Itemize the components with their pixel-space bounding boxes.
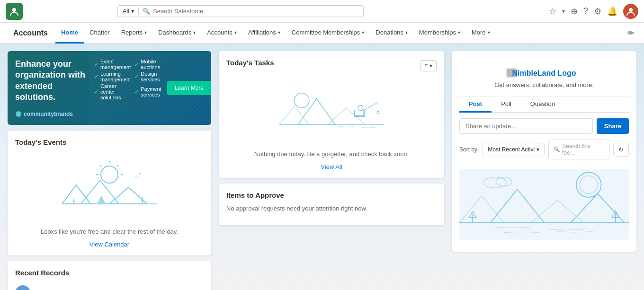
feature-item: Payment services: [134, 83, 161, 100]
sort-row: Sort by: Most Recent Activi ▾ 🔍 Search t…: [459, 140, 629, 159]
svg-point-10: [294, 93, 309, 108]
search-icon: 🔍: [554, 147, 560, 153]
search-icon: 🔍: [143, 8, 150, 15]
feature-item: Mobile auctions: [134, 59, 161, 70]
banner-logo: communitybrands: [15, 111, 89, 117]
app-icon: [6, 3, 23, 20]
nav-bar: Accounts Home Chatter Reports ▾ Dashboar…: [0, 23, 644, 44]
chevron-down-icon: ▾: [278, 30, 280, 35]
svg-point-2: [16, 111, 21, 117]
search-all-label: All: [123, 8, 129, 15]
settings-icon[interactable]: ⚙: [594, 6, 601, 17]
chevron-down-icon: ▾: [193, 30, 196, 35]
view-calendar-link[interactable]: View Calendar: [15, 241, 204, 248]
nimble-header: NimbleLand Logo Get answers, collaborate…: [459, 59, 629, 97]
tasks-title: Today's Tasks: [226, 59, 274, 67]
sort-value: Most Recent Activi: [488, 146, 535, 153]
chevron-down-icon: ▾: [537, 146, 539, 153]
avatar[interactable]: [623, 4, 638, 19]
tasks-header: Today's Tasks ≡ ▾: [226, 59, 437, 72]
nav-item-donations[interactable]: Donations ▾: [370, 23, 413, 44]
search-input[interactable]: [153, 8, 358, 15]
nav-item-committee[interactable]: Committee Memberships ▾: [286, 23, 370, 44]
recent-records-title: Recent Records: [15, 269, 204, 277]
recent-record-item: A advancedtaxation Org: [15, 282, 204, 290]
nimble-subtitle: Get answers, collaborate, and more.: [467, 81, 621, 88]
nav-item-accounts[interactable]: Accounts ▾: [201, 23, 242, 44]
view-all-tasks-link[interactable]: View All: [226, 163, 437, 170]
svg-text:NimbleLand Logo: NimbleLand Logo: [512, 69, 576, 77]
feature-item: Design services: [134, 71, 161, 82]
search-container: All ▾ 🔍: [117, 5, 364, 17]
feature-item: Event management: [94, 59, 131, 70]
banner-features: Event management Mobile auctions Learnin…: [94, 59, 161, 117]
nav-item-reports[interactable]: Reports ▾: [116, 23, 153, 44]
search-all-dropdown[interactable]: All ▾: [123, 8, 139, 15]
approve-empty-message: No approval requests need your attention…: [226, 205, 437, 212]
chevron-down-icon: ▾: [362, 30, 364, 35]
items-to-approve-title: Items to Approve: [226, 191, 437, 199]
feed-search-placeholder: Search this fee...: [562, 143, 604, 156]
nav-item-affiliations[interactable]: Affiliations ▾: [242, 23, 286, 44]
edit-nav-icon[interactable]: ✏: [624, 28, 638, 38]
star-icon[interactable]: ☆: [549, 6, 556, 17]
banner-headline: Enhance your organization with extended …: [15, 59, 91, 103]
right-column: NimbleLand Logo Get answers, collaborate…: [452, 51, 636, 290]
nav-items: Home Chatter Reports ▾ Dashboards ▾ Acco…: [55, 23, 624, 44]
tab-post[interactable]: Post: [459, 97, 492, 113]
bell-icon[interactable]: 🔔: [607, 6, 617, 17]
left-column: Enhance your organization with extended …: [8, 51, 211, 290]
todays-events-card: Today's Events: [8, 131, 211, 255]
nimble-logo: NimbleLand Logo: [467, 66, 621, 79]
learn-more-button[interactable]: Learn More: [167, 81, 211, 95]
feature-item: Career center solutions: [94, 83, 131, 100]
todays-tasks-card: Today's Tasks ≡ ▾: [219, 51, 444, 178]
todays-events-title: Today's Events: [15, 138, 204, 146]
nav-item-memberships[interactable]: Memberships ▾: [413, 23, 466, 44]
nimble-tabs: Post Poll Question: [459, 97, 629, 113]
chevron-down-icon: ▾: [405, 30, 408, 35]
share-input[interactable]: [459, 118, 593, 134]
svg-point-14: [358, 105, 363, 111]
svg-rect-22: [459, 169, 629, 241]
feature-item: Learning management: [94, 71, 131, 82]
chevron-down-icon: ▾: [488, 30, 490, 35]
nav-item-more[interactable]: More ▾: [466, 23, 496, 44]
recent-records-card: Recent Records A advancedtaxation Org: [8, 261, 211, 290]
share-row: Share: [459, 118, 629, 134]
sort-select[interactable]: Most Recent Activi ▾: [483, 143, 545, 156]
chevron-down-icon: ▾: [429, 62, 432, 69]
tab-question[interactable]: Question: [521, 97, 564, 113]
feed-search[interactable]: 🔍 Search this fee...: [548, 140, 609, 159]
chevron-down-icon: ▾: [234, 30, 237, 35]
main-content: Enhance your organization with extended …: [0, 44, 644, 290]
nimbleland-card: NimbleLand Logo Get answers, collaborate…: [452, 51, 636, 252]
nav-item-chatter[interactable]: Chatter: [84, 23, 116, 44]
nav-item-dashboards[interactable]: Dashboards ▾: [152, 23, 201, 44]
landscape-illustration: [459, 167, 629, 244]
record-avatar: A: [15, 285, 30, 290]
star-dropdown-icon[interactable]: ▾: [562, 8, 565, 15]
filter-icon: ≡: [424, 62, 428, 69]
promo-banner: Enhance your organization with extended …: [8, 51, 211, 125]
nav-item-home[interactable]: Home: [55, 23, 84, 44]
add-tab-icon[interactable]: ⊕: [571, 6, 578, 17]
tab-poll[interactable]: Poll: [492, 97, 521, 113]
events-illustration: [15, 152, 204, 224]
svg-line-7: [117, 165, 119, 167]
refresh-button[interactable]: ↻: [613, 143, 629, 157]
help-icon[interactable]: ?: [583, 6, 588, 16]
svg-point-1: [629, 8, 633, 12]
svg-line-8: [100, 165, 101, 167]
tasks-filter-button[interactable]: ≡ ▾: [420, 60, 437, 71]
tasks-empty-message: Nothing due today. Be a go-getter, and c…: [226, 150, 437, 158]
share-button[interactable]: Share: [597, 118, 629, 134]
nav-app-name: Accounts: [6, 29, 55, 37]
top-icons: ☆ ▾ ⊕ ? ⚙ 🔔: [549, 4, 638, 19]
svg-rect-12: [354, 110, 355, 117]
svg-point-17: [377, 111, 379, 114]
chevron-down-icon: ▾: [458, 30, 460, 35]
tasks-illustration: [226, 78, 437, 147]
brand-name: communitybrands: [24, 111, 73, 117]
svg-rect-13: [364, 110, 365, 117]
